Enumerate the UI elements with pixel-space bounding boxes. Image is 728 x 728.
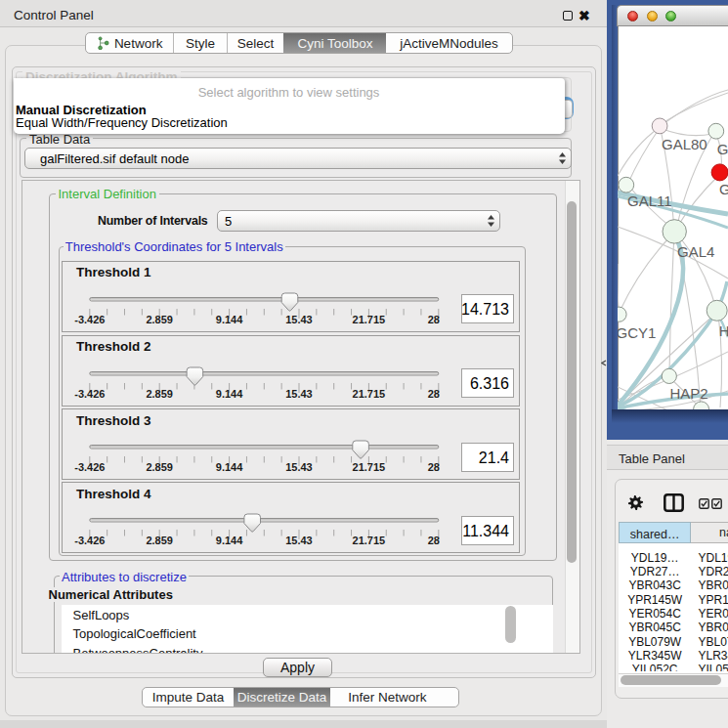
svg-text:HAP2: HAP2: [669, 385, 707, 402]
svg-text:9.144: 9.144: [216, 313, 243, 324]
svg-text:2.859: 2.859: [147, 461, 174, 473]
svg-text:21.715: 21.715: [353, 461, 386, 473]
svg-text:GA: GA: [719, 181, 728, 197]
svg-text:21.715: 21.715: [353, 387, 386, 399]
svg-text:GCY1: GCY1: [618, 324, 656, 341]
svg-text:15.43: 15.43: [285, 313, 313, 324]
svg-text:9.144: 9.144: [216, 461, 243, 473]
svg-text:GAL4: GAL4: [677, 243, 714, 260]
svg-text:2.859: 2.859: [147, 313, 174, 324]
svg-text:28: 28: [428, 461, 440, 473]
svg-text:28: 28: [428, 313, 440, 324]
svg-text:21.715: 21.715: [353, 535, 386, 546]
svg-text:21.715: 21.715: [353, 313, 386, 324]
svg-text:GA: GA: [717, 141, 728, 157]
svg-text:GAL11: GAL11: [627, 193, 672, 209]
svg-text:15.43: 15.43: [285, 535, 313, 546]
svg-text:-3.426: -3.426: [74, 387, 105, 399]
svg-text:28: 28: [428, 535, 440, 546]
svg-text:9.144: 9.144: [216, 387, 243, 399]
svg-text:28: 28: [428, 387, 440, 399]
svg-text:-3.426: -3.426: [74, 535, 105, 546]
svg-text:GAL80: GAL80: [662, 136, 707, 152]
svg-text:2.859: 2.859: [147, 387, 174, 399]
svg-text:H: H: [719, 322, 728, 339]
svg-text:2.859: 2.859: [147, 535, 174, 546]
svg-text:15.43: 15.43: [285, 461, 313, 473]
svg-text:9.144: 9.144: [216, 535, 243, 546]
svg-text:-3.426: -3.426: [74, 461, 105, 473]
svg-text:15.43: 15.43: [285, 387, 313, 399]
svg-text:-3.426: -3.426: [74, 313, 105, 324]
